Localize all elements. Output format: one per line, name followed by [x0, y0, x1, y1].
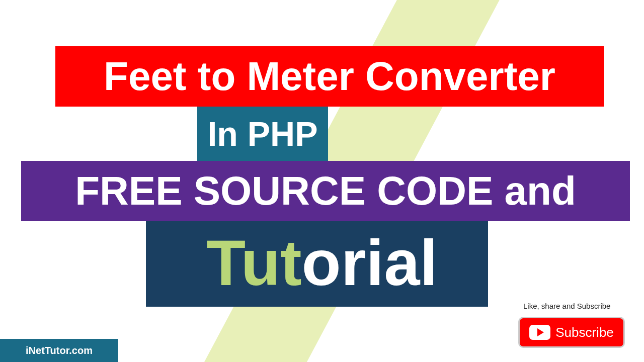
- site-badge: iNetTutor.com: [0, 339, 118, 362]
- source-banner: FREE SOURCE CODE and: [21, 161, 630, 221]
- youtube-play-icon: [529, 325, 550, 340]
- subscribe-label: Subscribe: [555, 325, 614, 340]
- tutorial-text-back: orial: [302, 227, 438, 299]
- subscribe-button[interactable]: Subscribe: [518, 317, 625, 348]
- language-box: In PHP: [197, 107, 328, 161]
- tutorial-text-front: Tut: [206, 227, 302, 299]
- cta-text: Like, share and Subscribe: [523, 302, 610, 310]
- tutorial-text: Tutorial: [0, 225, 644, 301]
- title-banner: Feet to Meter Converter: [55, 46, 604, 107]
